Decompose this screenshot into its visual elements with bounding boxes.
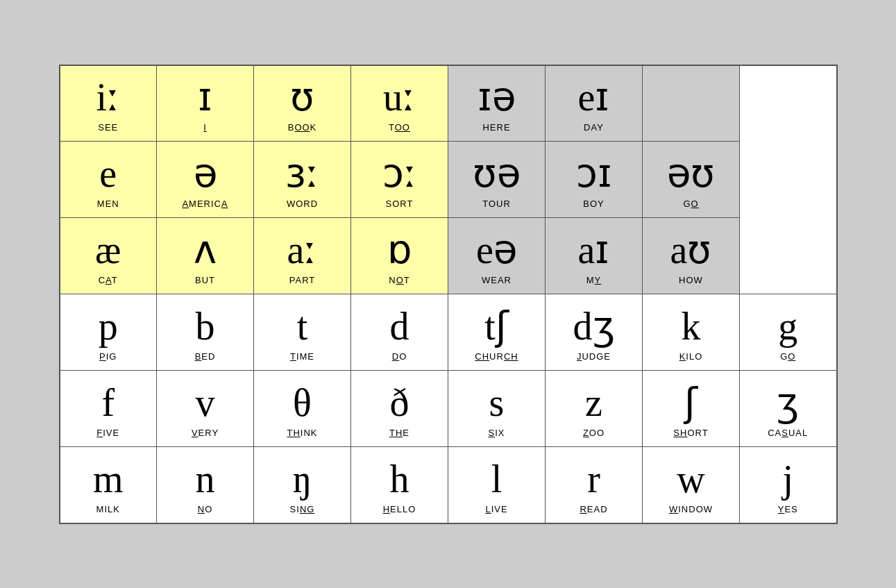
ipa-symbol-r0-c1: ɪ bbox=[198, 76, 212, 119]
ipa-symbol-r4-c6: ʃ bbox=[684, 382, 698, 425]
ipa-symbol-r5-c3: h bbox=[390, 458, 409, 501]
ipa-word-r0-c1: I bbox=[203, 122, 207, 133]
ipa-word-r1-c3: SORT bbox=[386, 199, 414, 209]
cell-r5-c2: ŋSING bbox=[254, 447, 351, 523]
ipa-word-r1-c4: TOUR bbox=[482, 199, 511, 209]
ipa-symbol-r1-c3: ɔː bbox=[382, 153, 417, 196]
cell-r3-c2: tTIME bbox=[254, 294, 351, 371]
cell-r5-c3: hHELLO bbox=[351, 447, 448, 523]
ipa-word-r2-c0: CAT bbox=[99, 275, 118, 285]
ipa-word-r0-c3: TOO bbox=[389, 122, 410, 133]
cell-r2-c4: eəWEAR bbox=[448, 218, 546, 294]
ipa-word-r5-c3: HELLO bbox=[383, 504, 416, 514]
ipa-symbol-r4-c5: z bbox=[585, 382, 602, 425]
ipa-word-r2-c5: MY bbox=[586, 275, 602, 285]
cell-r4-c6: ʃSHORT bbox=[643, 371, 740, 447]
cell-r3-c4: tʃCHURCH bbox=[448, 294, 546, 371]
ipa-symbol-r0-c0: iː bbox=[96, 76, 120, 119]
ipa-word-r4-c6: SHORT bbox=[673, 428, 708, 438]
ipa-word-r0-c4: HERE bbox=[482, 122, 510, 133]
ipa-word-r4-c0: FIVE bbox=[96, 428, 119, 438]
ipa-word-r4-c3: THE bbox=[389, 428, 409, 438]
ipa-word-r1-c5: BOY bbox=[583, 199, 604, 209]
ipa-symbol-r4-c2: θ bbox=[293, 382, 312, 425]
cell-r5-c0: mMILK bbox=[60, 447, 157, 523]
cell-r1-c3: ɔːSORT bbox=[351, 142, 448, 218]
ipa-symbol-r5-c2: ŋ bbox=[293, 458, 312, 501]
ipa-word-r3-c6: KILO bbox=[679, 351, 703, 362]
ipa-symbol-r3-c1: b bbox=[196, 305, 215, 348]
cell-r3-c0: pPIG bbox=[60, 294, 157, 371]
ipa-symbol-r3-c4: tʃ bbox=[484, 305, 509, 348]
ipa-word-r3-c0: PIG bbox=[99, 351, 117, 362]
ipa-symbol-r5-c4: l bbox=[491, 458, 502, 501]
ipa-word-r3-c4: CHURCH bbox=[475, 351, 518, 362]
ipa-word-r2-c6: HOW bbox=[679, 275, 703, 285]
cell-r4-c2: θTHINK bbox=[254, 371, 351, 447]
ipa-word-r5-c4: LIVE bbox=[485, 504, 507, 514]
ipa-word-r4-c4: SIX bbox=[489, 428, 505, 438]
cell-r3-c6: kKILO bbox=[643, 294, 740, 371]
ipa-word-r1-c6: GO bbox=[683, 199, 698, 209]
ipa-word-r4-c7: CASUAL bbox=[768, 428, 808, 438]
ipa-word-r5-c6: WINDOW bbox=[669, 504, 713, 514]
cell-r5-c1: nNO bbox=[157, 447, 254, 523]
ipa-symbol-r1-c5: ɔɪ bbox=[576, 153, 612, 196]
cell-r0-c0: iːSEE bbox=[60, 65, 157, 142]
cell-r3-c7: gGO bbox=[740, 294, 837, 371]
ipa-symbol-r1-c4: ʊə bbox=[473, 153, 521, 196]
ipa-symbol-r2-c0: æ bbox=[95, 229, 121, 272]
cell-r5-c5: rREAD bbox=[546, 447, 643, 523]
ipa-symbol-r3-c2: t bbox=[297, 305, 308, 348]
ipa-symbol-r5-c7: j bbox=[782, 458, 793, 501]
ipa-word-r1-c1: AMERICA bbox=[182, 199, 228, 209]
ipa-symbol-r5-c6: w bbox=[677, 458, 704, 501]
ipa-symbol-r4-c7: ʒ bbox=[777, 382, 799, 425]
ipa-symbol-r3-c5: dʒ bbox=[573, 305, 615, 348]
cell-r2-c5: aɪMY bbox=[546, 218, 643, 294]
cell-r1-c0: eMEN bbox=[60, 142, 157, 218]
ipa-symbol-r1-c6: əʊ bbox=[667, 153, 715, 196]
cell-r1-c4: ʊəTOUR bbox=[448, 142, 546, 218]
ipa-symbol-r4-c0: f bbox=[101, 382, 115, 425]
ipa-word-r2-c3: NOT bbox=[389, 275, 409, 285]
ipa-word-r5-c2: SING bbox=[290, 504, 315, 514]
cell-r2-c6: aʊHOW bbox=[643, 218, 740, 294]
cell-r0-c4: ɪəHERE bbox=[448, 65, 546, 142]
ipa-symbol-r2-c4: eə bbox=[476, 229, 517, 272]
cell-r1-c5: ɔɪBOY bbox=[546, 142, 643, 218]
ipa-symbol-r5-c5: r bbox=[587, 458, 600, 501]
ipa-word-r4-c2: THINK bbox=[287, 428, 317, 438]
ipa-word-r3-c1: BED bbox=[195, 351, 216, 362]
ipa-word-r2-c2: PART bbox=[289, 275, 315, 285]
ipa-word-r3-c5: JUDGE bbox=[577, 351, 611, 362]
cell-r4-c1: vVERY bbox=[157, 371, 254, 447]
ipa-word-r5-c1: NO bbox=[198, 504, 213, 514]
ipa-word-r3-c7: GO bbox=[780, 351, 795, 362]
ipa-symbol-r5-c1: n bbox=[196, 458, 215, 501]
ipa-symbol-r4-c3: ð bbox=[390, 382, 409, 425]
ipa-symbol-r3-c7: g bbox=[778, 305, 797, 348]
cell-r5-c4: lLIVE bbox=[448, 447, 546, 523]
ipa-word-r2-c4: WEAR bbox=[482, 275, 512, 285]
cell-r5-c7: jYES bbox=[740, 447, 837, 523]
cell-r3-c3: dDO bbox=[351, 294, 448, 371]
cell-r0-c6 bbox=[643, 65, 740, 142]
cell-r4-c3: ðTHE bbox=[351, 371, 448, 447]
cell-r2-c3: ɒNOT bbox=[351, 218, 448, 294]
cell-r5-c6: wWINDOW bbox=[643, 447, 740, 523]
ipa-symbol-r0-c2: ʊ bbox=[290, 76, 314, 119]
cell-r2-c2: aːPART bbox=[254, 218, 351, 294]
ipa-word-r5-c5: READ bbox=[580, 504, 607, 514]
ipa-symbol-r2-c1: ʌ bbox=[194, 229, 217, 272]
ipa-symbol-r1-c1: ə bbox=[194, 153, 217, 196]
cell-r2-c0: æCAT bbox=[60, 218, 157, 294]
ipa-symbol-r5-c0: m bbox=[93, 458, 124, 501]
ipa-symbol-r2-c6: aʊ bbox=[670, 229, 712, 272]
ipa-symbol-r2-c3: ɒ bbox=[387, 229, 412, 272]
ipa-symbol-r0-c5: eɪ bbox=[578, 76, 610, 119]
cell-r4-c0: fFIVE bbox=[60, 371, 157, 447]
ipa-word-r4-c1: VERY bbox=[192, 428, 219, 438]
ipa-symbol-r2-c2: aː bbox=[287, 229, 318, 272]
ipa-word-r1-c0: MEN bbox=[97, 199, 119, 209]
